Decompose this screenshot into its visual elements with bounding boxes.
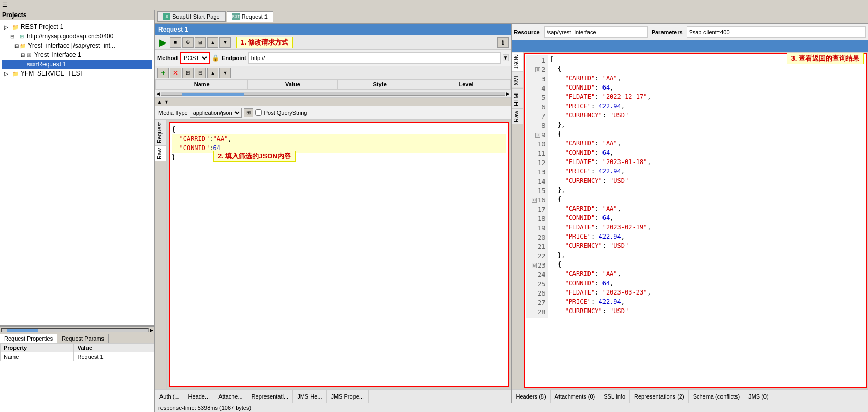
paste-param-btn[interactable]: ⊟ — [195, 68, 206, 78]
tree-item-http[interactable]: ⊟ ⊞ http://mysap.goodsap.cn:50400 — [2, 32, 152, 41]
param-up-btn[interactable]: ▲ — [207, 68, 218, 78]
resp-line-13: "PRICE": 422.94, — [550, 167, 863, 176]
collapse-2[interactable]: ⊟ — [535, 67, 540, 72]
footer-tab-auth[interactable]: Auth (... — [155, 390, 184, 403]
tab-request1[interactable]: RST Request 1 — [227, 11, 273, 22]
request1-icon: RST — [232, 13, 240, 20]
line-numbers: 1 ⊟2 3 4 5 6 7 8 ⊟9 — [526, 55, 548, 318]
ln-17: 17 — [526, 205, 548, 214]
rfooter-tab-ssl[interactable]: SSL Info — [599, 390, 630, 403]
col-level: Level — [422, 80, 510, 89]
tab-bar: S SoapUI Start Page RST Request 1 — [155, 10, 868, 24]
rfooter-tab-schema[interactable]: Schema (conflicts) — [689, 390, 744, 403]
footer-tab-representations[interactable]: Representati... — [247, 390, 293, 403]
tree-item-yrest[interactable]: ⊟ 📁 Yrest_interface [/sap/yrest_int... — [2, 41, 152, 50]
method-select[interactable]: POST — [180, 52, 210, 64]
resp-line-21: "CURRENCY": "USD" — [550, 241, 863, 251]
resp-line-2: { — [550, 64, 863, 73]
collapse-23[interactable]: ⊟ — [532, 263, 537, 268]
footer-tab-jms-props[interactable]: JMS Prope... — [327, 390, 369, 403]
ln-20: 20 — [526, 233, 548, 242]
collapse-9[interactable]: ⊟ — [535, 133, 540, 138]
step1-annotation: 1. 修改请求方式 — [236, 37, 293, 48]
response-content-inner: 1 ⊟2 3 4 5 6 7 8 ⊟9 — [526, 55, 865, 318]
status-text: response-time: 5398ms (1067 bytes) — [158, 405, 251, 411]
endpoint-arrow-btn[interactable]: ▼ — [503, 54, 509, 61]
sidebar-scrollbar[interactable]: ▶ — [0, 326, 154, 334]
stop-button[interactable]: ■ — [170, 37, 181, 48]
media-type-btn[interactable]: ⊞ — [244, 108, 253, 117]
scrollbar-track2[interactable] — [161, 92, 505, 96]
hamburger-icon[interactable]: ☰ — [2, 2, 7, 8]
tree-item-request1[interactable]: REST Request 1 — [2, 60, 152, 69]
resp-line-6: "PRICE": 422.94, — [550, 101, 863, 111]
resp-line-3: "CARRID": "AA", — [550, 73, 863, 83]
tab-request-properties[interactable]: Request Properties — [0, 334, 57, 343]
tree-item-yfm[interactable]: ▷ 📁 YFM_SERVICE_TEST — [2, 69, 152, 78]
footer-tab-attachments[interactable]: Attache... — [214, 390, 247, 403]
footer-tab-headers[interactable]: Heade... — [184, 390, 215, 403]
down-button[interactable]: ▼ — [219, 37, 231, 48]
request1-label: Request 1 — [242, 13, 268, 20]
expand-icon: ▷ — [2, 23, 10, 31]
rfooter-tab-jms[interactable]: JMS (0) — [744, 390, 773, 403]
rfooter-tab-representations[interactable]: Representations (2) — [630, 390, 689, 403]
ln-4: 4 — [526, 84, 548, 93]
ln-18: 18 — [526, 214, 548, 224]
resp-line-25: "CONNID": 64, — [550, 278, 863, 288]
clone-button[interactable]: ⊕ — [182, 37, 194, 48]
scroll-right-btn[interactable]: ▶ — [150, 328, 153, 333]
resource-label: Resource — [514, 29, 540, 35]
response-side-tabs: JSON XML HTML Raw — [512, 52, 523, 389]
vtab-raw[interactable]: Raw — [155, 145, 166, 161]
add-param-btn[interactable]: + — [157, 68, 169, 78]
grid-icon: ⊞ — [25, 51, 33, 58]
tab-start-page[interactable]: S SoapUI Start Page — [157, 11, 226, 22]
rfooter-tab-headers[interactable]: Headers (8) — [512, 390, 551, 403]
resource-input[interactable] — [544, 26, 648, 38]
endpoint-input[interactable] — [248, 52, 501, 64]
scrollbar-track[interactable] — [1, 328, 149, 332]
start-page-icon: S — [163, 13, 170, 20]
parameters-input[interactable] — [687, 26, 866, 38]
ln-5: 5 — [526, 93, 548, 102]
request-container: Request 1 ▶ ■ ⊕ ⊞ ▲ ▼ 1. 修改请求方式 ℹ — [155, 24, 868, 403]
rside-tab-xml[interactable]: XML — [512, 71, 523, 88]
resp-line-24: "CARRID": "AA", — [550, 269, 863, 278]
properties-table: Property Value Name Request 1 — [0, 343, 154, 412]
rfooter-tab-attachments[interactable]: Attachments (0) — [551, 390, 600, 403]
param-down-btn[interactable]: ▼ — [219, 68, 231, 78]
vtab-request[interactable]: Request — [155, 120, 166, 145]
app-container: ☰ Projects ▷ 📁 REST Project 1 ⊟ ⊞ http:/… — [0, 0, 868, 412]
ln-6: 6 — [526, 102, 548, 112]
rside-tab-raw[interactable]: Raw — [512, 108, 523, 124]
copy-param-btn[interactable]: ⊞ — [182, 68, 194, 78]
footer-tab-jms-headers[interactable]: JMS He... — [293, 390, 327, 403]
scrollbar-thumb2 — [182, 93, 244, 96]
scroll-right-btn2[interactable]: ▶ — [506, 91, 510, 96]
tree-item-yrest1[interactable]: ⊟ ⊞ Yrest_interface 1 — [2, 50, 152, 60]
media-type-select[interactable]: application/json — [190, 108, 242, 118]
horizontal-scrollbar[interactable]: ◀ ▶ — [155, 90, 511, 98]
bottom-panel: Request Properties Request Params Proper… — [0, 334, 154, 412]
ln-21: 21 — [526, 242, 548, 252]
post-querystring-checkbox[interactable] — [255, 109, 262, 116]
collapse-16[interactable]: ⊟ — [532, 198, 537, 203]
run-button[interactable]: ▶ — [157, 37, 169, 48]
up-button[interactable]: ▲ — [207, 37, 218, 48]
rside-tab-json[interactable]: JSON — [512, 52, 523, 71]
remove-param-btn[interactable]: ✕ — [170, 68, 181, 78]
scroll-up-btn[interactable]: ▲ — [157, 99, 162, 105]
scroll-left-btn2[interactable]: ◀ — [156, 91, 160, 96]
resp-line-22: }, — [550, 251, 863, 260]
tree-item-rest-project[interactable]: ▷ 📁 REST Project 1 — [2, 22, 152, 32]
response-body[interactable]: 1 ⊟2 3 4 5 6 7 8 ⊟9 — [524, 53, 867, 388]
ln-1: 1 — [526, 56, 548, 65]
info-button[interactable]: ℹ — [497, 37, 509, 48]
format-button[interactable]: ⊞ — [195, 37, 206, 48]
ln-27: 27 — [526, 298, 548, 307]
tab-request-params[interactable]: Request Params — [57, 334, 109, 343]
post-querystring-label: Post QueryString — [264, 110, 307, 116]
rside-tab-html[interactable]: HTML — [512, 88, 523, 108]
scroll-down-btn[interactable]: ▼ — [164, 99, 169, 105]
